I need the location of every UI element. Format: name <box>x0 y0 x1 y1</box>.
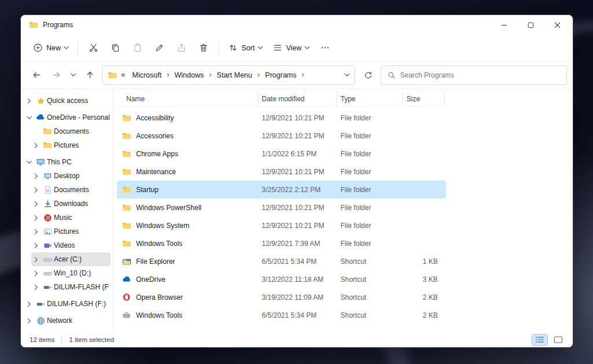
chevron-right-icon[interactable] <box>24 301 34 307</box>
file-row-windows-tools[interactable]: Windows Tools6/5/2021 5:34 PMShortcut2 K… <box>117 306 446 324</box>
sort-icon <box>228 43 238 53</box>
sidebar-item-dilum-flash-f[interactable]: DILUM-FLASH (F:) <box>31 280 111 294</box>
sidebar-item-this-pc[interactable]: This PC <box>24 155 111 169</box>
chevron-right-icon[interactable] <box>31 215 41 221</box>
search-box <box>380 65 567 85</box>
refresh-button[interactable] <box>358 65 378 85</box>
pc-icon <box>34 157 47 167</box>
sidebar-item-acer-c[interactable]: Acer (C:) <box>31 252 111 266</box>
sidebar-item-network[interactable]: Network <box>24 314 111 328</box>
sort-button[interactable]: Sort <box>223 38 268 58</box>
sidebar-item-documents[interactable]: Documents <box>31 124 111 138</box>
file-row-startup[interactable]: Startup3/25/2022 2:12 PMFile folder <box>117 181 446 198</box>
sidebar-item-pictures[interactable]: Pictures <box>31 138 111 152</box>
more-options-button[interactable] <box>314 38 336 58</box>
chevron-right-icon[interactable] <box>31 173 41 179</box>
chevron-right-icon[interactable] <box>31 284 41 291</box>
sidebar-item-documents[interactable]: Documents <box>31 183 111 197</box>
collapsed-crumbs-button[interactable]: « <box>118 70 128 80</box>
sidebar-item-desktop[interactable]: Desktop <box>31 169 111 183</box>
chevron-right-icon[interactable] <box>31 229 41 235</box>
breadcrumb-item-windows[interactable]: Windows <box>171 69 207 82</box>
details-view-button[interactable] <box>532 334 547 345</box>
minimize-button[interactable] <box>493 15 519 35</box>
chevron-right-icon[interactable] <box>31 187 41 193</box>
chevron-right-icon[interactable] <box>31 256 41 263</box>
column-header-size[interactable]: Size <box>403 91 445 106</box>
chevron-down-icon[interactable] <box>24 159 34 166</box>
chevron-right-icon[interactable] <box>24 318 34 324</box>
copy-button[interactable] <box>104 38 126 58</box>
file-row-accessibility[interactable]: Accessibility12/9/2021 10:21 PMFile fold… <box>117 109 446 127</box>
column-header-type[interactable]: Type <box>337 91 403 106</box>
sidebar-item-downloads[interactable]: Downloads <box>31 197 111 211</box>
file-type: File folder <box>337 150 403 158</box>
thumbnails-view-button[interactable] <box>551 334 566 345</box>
breadcrumb-separator[interactable]: › <box>207 70 214 80</box>
address-dropdown-chevron-icon[interactable] <box>345 72 349 78</box>
sidebar-item-videos[interactable]: Videos <box>31 238 111 252</box>
chevron-right-icon[interactable] <box>31 201 41 207</box>
breadcrumb-separator[interactable]: › <box>164 70 171 80</box>
file-name-cell: Chrome Apps <box>117 149 258 159</box>
sidebar-list: Quick accessOneDrive - PersonalDocuments… <box>24 94 111 328</box>
cut-button[interactable] <box>82 38 104 58</box>
file-row-file-explorer[interactable]: File Explorer6/5/2021 5:34 PMShortcut1 K… <box>117 252 446 270</box>
breadcrumb-separator[interactable]: › <box>255 70 262 80</box>
breadcrumb-item-microsoft[interactable]: Microsoft <box>129 69 164 82</box>
chevron-right-icon[interactable] <box>31 270 41 277</box>
rename-button[interactable] <box>148 38 170 58</box>
toolbar-icon-group <box>82 38 214 58</box>
column-header-date-modified[interactable]: Date modified <box>258 91 337 106</box>
file-row-maintenance[interactable]: Maintenance12/9/2021 10:21 PMFile folder <box>117 163 446 181</box>
search-input[interactable] <box>400 71 560 79</box>
delete-icon <box>199 43 208 53</box>
view-icon <box>273 43 283 53</box>
sidebar-item-pictures[interactable]: Pictures <box>31 225 111 238</box>
breadcrumb-separator[interactable]: › <box>299 70 306 80</box>
file-row-windows-system[interactable]: Windows System12/9/2021 10:21 PMFile fol… <box>117 216 446 234</box>
file-row-opera-browser[interactable]: Opera Browser3/19/2022 11:09 AMShortcut2… <box>117 288 446 306</box>
file-name: Maintenance <box>136 168 176 176</box>
folder-icon <box>41 141 54 150</box>
share-button[interactable] <box>170 38 192 58</box>
chevron-right-icon[interactable] <box>24 98 34 104</box>
file-row-onedrive[interactable]: OneDrive3/12/2022 11:18 AMShortcut3 KB <box>117 270 446 288</box>
back-button[interactable] <box>27 65 46 85</box>
desktop-background: Programs New Sort <box>0 0 593 364</box>
paste-button[interactable] <box>126 38 148 58</box>
file-row-chrome-apps[interactable]: Chrome Apps1/1/2022 6:15 PMFile folder <box>117 145 446 163</box>
chevron-down-icon <box>258 45 262 51</box>
title-bar[interactable]: Programs <box>21 15 573 35</box>
sidebar-item-label: Pictures <box>54 141 79 149</box>
back-arrow-icon <box>32 70 42 80</box>
column-header-name[interactable]: Name <box>117 91 258 106</box>
up-button[interactable] <box>80 65 100 85</box>
sidebar-item-win-10-d[interactable]: Win_10 (D:) <box>31 266 111 280</box>
new-button[interactable]: New <box>28 38 74 58</box>
sidebar-item-quick-access[interactable]: Quick access <box>24 94 111 108</box>
file-row-accessories[interactable]: Accessories12/9/2021 10:21 PMFile folder <box>117 127 446 145</box>
window-content: Quick accessOneDrive - PersonalDocuments… <box>21 89 573 332</box>
window-title: Programs <box>43 21 73 29</box>
breadcrumb-item-start-menu[interactable]: Start Menu <box>214 69 255 82</box>
new-button-label: New <box>46 44 61 52</box>
close-button[interactable] <box>546 15 573 35</box>
address-bar[interactable]: « Microsoft›Windows›Start Menu›Programs› <box>102 65 355 85</box>
breadcrumb-item-programs[interactable]: Programs <box>262 69 299 82</box>
delete-button[interactable] <box>192 38 214 58</box>
chevron-right-icon[interactable] <box>31 242 41 249</box>
forward-button[interactable] <box>46 65 66 85</box>
explorer-icon <box>122 257 131 266</box>
recent-locations-button[interactable] <box>66 65 80 85</box>
view-button[interactable]: View <box>268 38 314 58</box>
maximize-button[interactable] <box>519 15 546 35</box>
file-name-cell: Opera Browser <box>117 293 258 302</box>
chevron-right-icon[interactable] <box>31 142 41 149</box>
sidebar-item-onedrive-personal[interactable]: OneDrive - Personal <box>24 111 111 124</box>
sidebar-item-music[interactable]: Music <box>31 211 111 225</box>
chevron-down-icon[interactable] <box>24 115 34 121</box>
file-row-windows-powershell[interactable]: Windows PowerShell12/9/2021 10:21 PMFile… <box>117 198 446 216</box>
sidebar-item-dilum-flash-f[interactable]: DILUM-FLASH (F:) <box>24 297 111 311</box>
file-row-windows-tools[interactable]: Windows Tools12/9/2021 7:39 AMFile folde… <box>117 234 446 252</box>
